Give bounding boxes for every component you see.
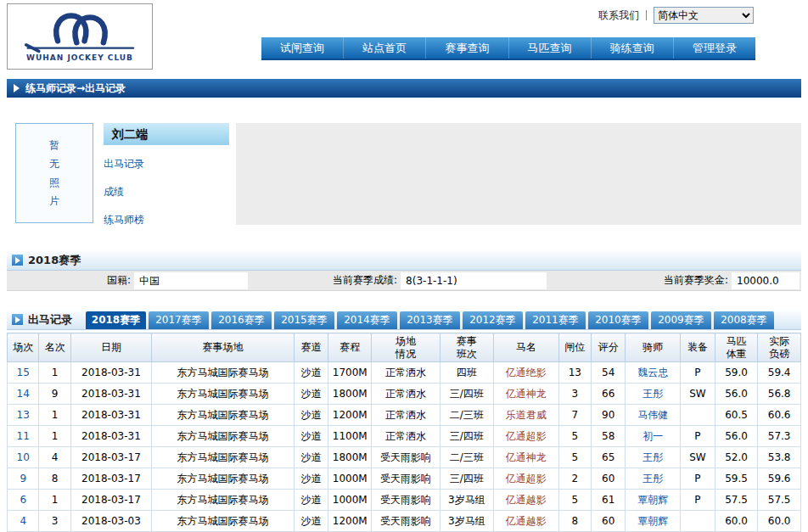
table-cell: 54	[592, 362, 626, 384]
table-cell: 5	[558, 447, 591, 468]
profile-link[interactable]: 出马记录	[104, 157, 236, 171]
table-cell[interactable]: 亿通越影	[493, 511, 558, 532]
table-cell: 沙道	[294, 447, 328, 468]
table-cell: 二/三班	[440, 405, 493, 426]
profile-link[interactable]: 练马师榜	[104, 213, 236, 227]
table-cell: 60.0	[715, 511, 758, 532]
table-cell: 东方马城国际赛马场	[151, 490, 294, 511]
table-cell: 沙道	[294, 426, 328, 447]
contact-us-link[interactable]: 联系我们	[598, 8, 639, 23]
table-cell[interactable]: 11	[8, 426, 39, 447]
table-cell[interactable]: 亿通超影	[493, 426, 558, 447]
season-info-row: 国籍: 中国 当前赛季成绩: 8(3-1-1-1) 当前赛季奖金: 10000.…	[7, 271, 801, 291]
table-cell: 1800M	[328, 384, 372, 405]
column-header: 马名	[493, 333, 558, 362]
table-cell[interactable]: 亿通神龙	[493, 447, 558, 468]
table-cell: 90	[592, 405, 626, 426]
column-header: 场次	[8, 333, 39, 362]
season-tab[interactable]: 2015赛季	[274, 311, 334, 329]
table-cell: 65	[592, 447, 626, 468]
table-cell[interactable]: 亿通神龙	[493, 384, 558, 405]
nav-item[interactable]: 站点首页	[343, 37, 425, 59]
horseshoe-logo-icon	[16, 11, 143, 55]
table-row: 982018-03-17东方马城国际赛马场沙道1000M受天雨影响三/四班亿通超…	[8, 468, 801, 490]
table-cell: 东方马城国际赛马场	[151, 362, 294, 384]
table-cell: 正常洒水	[372, 384, 440, 405]
table-cell[interactable]: 9	[8, 468, 39, 490]
breadcrumb-text: 练马师记录→出马记录	[25, 81, 126, 96]
column-header: 装备	[681, 333, 715, 362]
table-cell: 52.0	[715, 447, 758, 468]
table-cell[interactable]: 覃朝辉	[626, 511, 681, 532]
table-header-row: 场次名次日期赛事场地赛道赛程场地 情况赛事 班次马名闸位评分骑师装备马匹 体重实…	[8, 333, 801, 362]
column-header: 赛道	[294, 333, 328, 362]
table-cell: 三/四班	[440, 384, 493, 405]
table-cell: 沙道	[294, 405, 328, 426]
table-cell[interactable]: 初一	[626, 426, 681, 447]
season-tab[interactable]: 2012赛季	[463, 311, 523, 329]
table-cell[interactable]: 4	[8, 511, 39, 532]
season-tab[interactable]: 2009赛季	[651, 311, 711, 329]
table-cell[interactable]: 王彤	[626, 447, 681, 468]
season-tab[interactable]: 2010赛季	[588, 311, 648, 329]
table-cell[interactable]: 覃朝辉	[626, 490, 681, 511]
table-cell: P	[681, 468, 715, 490]
nav-item[interactable]: 马匹查询	[508, 37, 591, 59]
table-cell: 57.5	[758, 490, 801, 511]
table-cell[interactable]: 亿通越影	[493, 490, 558, 511]
photo-placeholder-text: 暂无照片	[48, 136, 61, 210]
table-cell[interactable]: 14	[8, 384, 39, 405]
table-cell[interactable]: 10	[8, 447, 39, 468]
season-tab[interactable]: 2018赛季	[86, 311, 146, 329]
section-arrow-icon	[12, 255, 23, 266]
column-header: 名次	[39, 333, 70, 362]
table-cell[interactable]: 13	[8, 405, 39, 426]
table-cell: 2018-03-03	[70, 511, 151, 532]
column-header: 实际 负磅	[758, 333, 801, 362]
column-header: 骑师	[626, 333, 681, 362]
table-cell: 58	[592, 426, 626, 447]
table-cell: 2018-03-17	[70, 468, 151, 490]
language-select[interactable]: 简体中文	[654, 7, 754, 24]
season-tab[interactable]: 2008赛季	[714, 311, 774, 329]
table-cell[interactable]: 15	[8, 362, 39, 384]
table-cell[interactable]: 王彤	[626, 384, 681, 405]
table-cell: 东方马城国际赛马场	[151, 511, 294, 532]
table-cell: 3	[39, 511, 70, 532]
profile-link[interactable]: 成绩	[104, 185, 236, 199]
column-header: 日期	[70, 333, 151, 362]
season-tab[interactable]: 2013赛季	[400, 311, 460, 329]
table-cell: 2018-03-17	[70, 447, 151, 468]
table-cell[interactable]: 亿通超影	[493, 468, 558, 490]
table-cell: 沙道	[294, 468, 328, 490]
table-cell: SW	[681, 447, 715, 468]
table-cell: 57.3	[758, 426, 801, 447]
table-cell: 57.5	[715, 490, 758, 511]
logo-title: WUHAN JOCKEY CLUB	[26, 53, 133, 62]
season-tab[interactable]: 2016赛季	[211, 311, 272, 329]
table-cell[interactable]: 魏云忠	[626, 362, 681, 384]
season-tab[interactable]: 2017赛季	[149, 311, 209, 329]
table-cell: 沙道	[294, 384, 328, 405]
table-cell[interactable]: 乐道君威	[493, 405, 558, 426]
nav-item[interactable]: 试闸查询	[261, 37, 343, 59]
nav-item[interactable]: 管理登录	[673, 37, 755, 59]
nationality-group: 国籍: 中国	[107, 272, 248, 289]
season-record-label: 当前赛季成绩:	[333, 273, 401, 288]
profile-links: 出马记录成绩练马师榜	[104, 157, 236, 227]
table-row: 1042018-03-17东方马城国际赛马场沙道1800M受天雨影响二/三班亿通…	[8, 447, 801, 468]
table-cell[interactable]: 马伟健	[626, 405, 681, 426]
season-tab[interactable]: 2011赛季	[525, 311, 586, 329]
column-header: 闸位	[558, 333, 591, 362]
table-cell[interactable]: 亿通绝影	[493, 362, 558, 384]
top-bar: WUHAN JOCKEY CLUB 联系我们 简体中文 试闸查询站点首页赛事查询…	[0, 0, 808, 79]
season-prize-value: 10000.0	[732, 272, 800, 289]
season-tab[interactable]: 2014赛季	[337, 311, 397, 329]
divider	[646, 10, 647, 20]
column-header: 赛事场地	[151, 333, 294, 362]
nav-item[interactable]: 骑练查询	[591, 37, 673, 59]
table-cell[interactable]: 6	[8, 490, 39, 511]
table-cell[interactable]: 王彤	[626, 468, 681, 490]
nav-item[interactable]: 赛事查询	[425, 37, 508, 59]
table-cell: 61	[592, 490, 626, 511]
